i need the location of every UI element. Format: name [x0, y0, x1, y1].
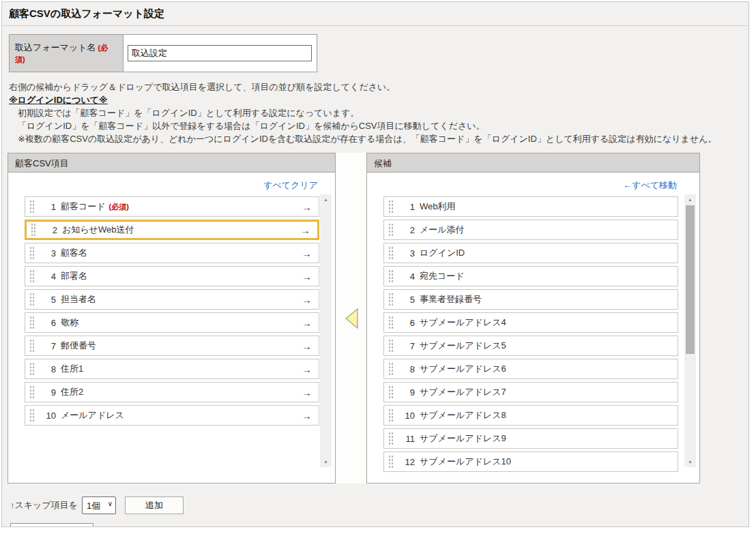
item-required-badge: (必須) [109, 202, 129, 212]
csv-item-row[interactable]: 8 住所1 → [25, 359, 319, 379]
drag-handle-icon[interactable] [388, 292, 394, 307]
move-right-icon[interactable]: → [302, 271, 312, 282]
move-all-link[interactable]: ←すべて移動 [623, 180, 677, 190]
drag-handle-icon[interactable] [388, 315, 394, 330]
drag-handle-icon[interactable] [388, 199, 394, 214]
item-number: 10 [40, 411, 56, 421]
move-right-icon[interactable]: → [302, 340, 312, 352]
add-button[interactable]: 追加 [125, 496, 184, 514]
drag-handle-icon[interactable] [29, 315, 35, 330]
move-right-icon[interactable]: → [302, 317, 312, 329]
scroll-up-icon[interactable]: ▲ [320, 194, 332, 205]
format-name-input[interactable] [128, 45, 312, 61]
candidate-item-row[interactable]: 11 サブメールアドレス9 [383, 428, 678, 449]
instruction-line-1: 右側の候補からドラッグ＆ドロップで取込項目を選択して、項目の並び順を設定してくだ… [9, 80, 748, 93]
drag-handle-icon[interactable] [388, 338, 394, 353]
candidate-item-row[interactable]: 6 サブメールアドレス4 [383, 312, 678, 333]
candidate-item-row[interactable]: 2 メール添付 [383, 220, 678, 240]
csv-item-row[interactable]: 7 郵便番号 → [25, 336, 319, 356]
item-number: 3 [398, 248, 415, 258]
item-label: サブメールアドレス7 [420, 386, 506, 398]
csv-item-row[interactable]: 4 部署名 → [25, 266, 319, 286]
drag-handle-icon[interactable] [29, 338, 35, 353]
skip-count-select[interactable]: 1個 [82, 496, 116, 514]
drag-handle-icon[interactable] [29, 408, 35, 423]
drag-handle-icon[interactable] [31, 222, 37, 237]
scroll-down-icon[interactable]: ▼ [320, 457, 332, 467]
login-id-heading: ※ログインIDについて※ [9, 93, 748, 106]
candidates-list-scrollbar[interactable]: ▲ ▼ [684, 194, 696, 467]
candidate-item-row[interactable]: 5 事業者登録番号 [383, 289, 678, 310]
candidate-item-row[interactable]: 10 サブメールアドレス8 [383, 405, 678, 426]
item-label: サブメールアドレス6 [420, 363, 506, 375]
item-number: 7 [398, 341, 415, 351]
drag-handle-icon[interactable] [388, 361, 394, 376]
item-label: サブメールアドレス10 [420, 456, 511, 468]
move-right-icon[interactable]: → [302, 364, 312, 375]
candidates-panel: 候補 ←すべて移動 1 Web利用 [366, 153, 700, 484]
format-name-form: 取込フォーマット名(必須) [9, 34, 748, 72]
candidate-item-row[interactable]: 12 サブメールアドレス10 [383, 451, 678, 472]
format-name-label-cell: 取込フォーマット名(必須) [9, 34, 123, 72]
candidates-list: 1 Web利用 2 メール添付 3 ログインID [383, 196, 678, 472]
csv-item-row[interactable]: 1 顧客コード (必須) → [25, 196, 319, 217]
drag-handle-icon[interactable] [388, 385, 394, 400]
dual-list-area: 顧客CSV項目 すべてクリア 1 顧客コード (必須) → [8, 153, 700, 484]
move-right-icon[interactable]: → [302, 410, 312, 421]
drag-handle-icon[interactable] [29, 269, 35, 284]
item-number: 6 [40, 318, 56, 328]
drag-handle-icon[interactable] [29, 246, 35, 261]
drag-handle-icon[interactable] [388, 222, 394, 237]
csv-item-row[interactable]: 2 お知らせWeb送付 → [25, 220, 319, 240]
item-number: 8 [398, 364, 415, 374]
item-label: サブメールアドレス5 [420, 340, 506, 352]
drag-handle-icon[interactable] [388, 246, 394, 261]
csv-item-row[interactable]: 6 敬称 → [25, 312, 319, 333]
item-label: サブメールアドレス4 [420, 316, 506, 329]
item-number: 2 [41, 225, 57, 235]
item-number: 9 [398, 387, 415, 398]
csv-item-row[interactable]: 5 担当者名 → [25, 289, 319, 310]
drag-handle-icon[interactable] [388, 269, 394, 284]
move-right-icon[interactable]: → [300, 224, 310, 236]
candidate-item-row[interactable]: 8 サブメールアドレス6 [383, 359, 678, 379]
drag-handle-icon[interactable] [388, 454, 394, 469]
scrollbar-thumb[interactable] [686, 205, 695, 354]
item-number: 1 [40, 202, 56, 212]
item-label: Web利用 [420, 201, 456, 213]
drag-handle-icon[interactable] [388, 408, 394, 423]
csv-item-row[interactable]: 3 顧客名 → [25, 243, 319, 263]
csv-item-row[interactable]: 9 住所2 → [25, 382, 319, 402]
csv-list-scrollbar[interactable]: ▲ ▼ [320, 194, 332, 467]
move-right-icon[interactable]: → [302, 294, 312, 306]
item-label: メール添付 [420, 224, 465, 236]
drag-handle-icon[interactable] [29, 199, 35, 214]
move-right-icon[interactable]: → [302, 201, 312, 213]
item-number: 12 [398, 457, 415, 467]
scroll-down-icon[interactable]: ▼ [684, 457, 696, 467]
move-right-icon[interactable]: → [302, 387, 312, 398]
candidate-item-row[interactable]: 7 サブメールアドレス5 [383, 336, 678, 356]
item-label: 部署名 [61, 270, 87, 282]
item-label: メールアドレス [61, 409, 124, 421]
scroll-up-icon[interactable]: ▲ [684, 194, 696, 205]
candidate-item-row[interactable]: 9 サブメールアドレス7 [383, 382, 678, 402]
candidate-item-row[interactable]: 1 Web利用 [383, 196, 678, 217]
move-right-icon[interactable]: → [302, 248, 312, 259]
candidate-item-row[interactable]: 3 ログインID [383, 243, 678, 263]
csv-item-row[interactable]: 10 メールアドレス → [25, 405, 319, 426]
item-number: 3 [40, 248, 56, 258]
drag-handle-icon[interactable] [388, 431, 394, 446]
submit-button[interactable]: 変更する [10, 523, 93, 527]
skip-controls: ↑スキップ項目を 1個 ∨ 追加 [10, 496, 748, 514]
item-label: 事業者登録番号 [420, 293, 482, 306]
item-label: サブメールアドレス8 [420, 409, 506, 421]
drag-handle-icon[interactable] [29, 292, 35, 307]
drag-handle-icon[interactable] [29, 385, 35, 400]
drag-handle-icon[interactable] [29, 361, 35, 376]
candidate-item-row[interactable]: 4 宛先コード [383, 266, 678, 286]
item-number: 4 [40, 271, 56, 282]
item-number: 6 [398, 318, 415, 328]
item-label: 住所1 [61, 363, 83, 375]
clear-all-link[interactable]: すべてクリア [263, 180, 318, 190]
